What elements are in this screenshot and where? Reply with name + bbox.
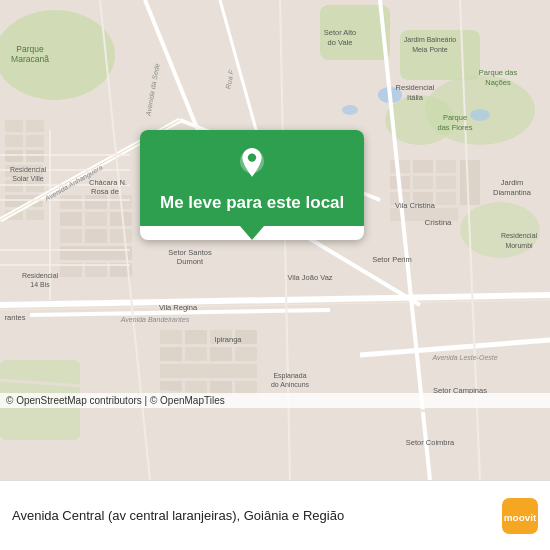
location-popup[interactable]: Me leve para este local <box>140 130 364 240</box>
location-info: Avenida Central (av central laranjeiras)… <box>12 506 492 525</box>
svg-text:Vila Regina: Vila Regina <box>159 303 198 312</box>
svg-rect-35 <box>85 195 107 209</box>
svg-rect-42 <box>110 229 132 243</box>
map-attribution: © OpenStreetMap contributors | © OpenMap… <box>0 393 550 408</box>
svg-point-9 <box>342 105 358 115</box>
svg-rect-32 <box>460 160 480 205</box>
svg-rect-12 <box>26 120 44 132</box>
svg-text:Vila Cristina: Vila Cristina <box>395 201 436 210</box>
svg-rect-28 <box>436 176 456 189</box>
svg-text:Parque: Parque <box>443 113 467 122</box>
svg-rect-23 <box>390 160 410 173</box>
svg-rect-14 <box>26 135 44 147</box>
svg-text:Dumont: Dumont <box>177 257 204 266</box>
svg-rect-48 <box>185 330 207 344</box>
moovit-icon: moovit <box>502 498 538 534</box>
svg-rect-39 <box>110 212 132 226</box>
svg-text:Itália: Itália <box>407 93 424 102</box>
svg-text:Jardim: Jardim <box>501 178 524 187</box>
svg-text:Setor Alto: Setor Alto <box>324 28 357 37</box>
svg-text:Nações: Nações <box>485 78 511 87</box>
svg-rect-22 <box>26 210 44 220</box>
svg-rect-47 <box>160 330 182 344</box>
svg-rect-43 <box>60 246 132 260</box>
svg-text:Setor Perim: Setor Perim <box>372 255 412 264</box>
svg-rect-15 <box>5 150 23 162</box>
svg-text:Jardim Balneário: Jardim Balneário <box>404 36 457 43</box>
svg-text:rantes: rantes <box>5 313 26 322</box>
svg-text:das Flores: das Flores <box>437 123 472 132</box>
svg-text:Parque das: Parque das <box>479 68 518 77</box>
svg-point-10 <box>470 109 490 121</box>
svg-rect-55 <box>160 364 257 378</box>
svg-rect-27 <box>413 176 433 189</box>
svg-rect-54 <box>235 347 257 361</box>
svg-text:Residencial: Residencial <box>501 232 538 239</box>
svg-rect-31 <box>436 192 456 205</box>
svg-text:Diamantina: Diamantina <box>493 188 532 197</box>
popup-arrow <box>240 226 264 240</box>
svg-text:Residencial: Residencial <box>10 166 47 173</box>
svg-text:do Vale: do Vale <box>328 38 353 47</box>
svg-rect-52 <box>185 347 207 361</box>
svg-text:Chácara N.: Chácara N. <box>89 178 127 187</box>
svg-text:do Anincuns: do Anincuns <box>271 381 310 388</box>
svg-text:Setor Santos: Setor Santos <box>168 248 212 257</box>
svg-point-6 <box>460 202 540 258</box>
svg-text:14 Bis: 14 Bis <box>30 281 50 288</box>
svg-rect-24 <box>413 160 433 173</box>
moovit-logo: moovit <box>502 498 538 534</box>
svg-rect-16 <box>26 150 44 162</box>
svg-text:Solar Ville: Solar Ville <box>12 175 43 182</box>
popup-label: Me leve para este local <box>160 192 344 214</box>
popup-inner: Me leve para este local <box>140 130 364 226</box>
svg-text:Residencial: Residencial <box>396 83 435 92</box>
svg-rect-40 <box>60 229 82 243</box>
map-container[interactable]: Parque Maracanã Setor Alto do Vale Jardi… <box>0 0 550 480</box>
svg-rect-38 <box>85 212 107 226</box>
location-pin-icon <box>237 148 267 184</box>
svg-rect-41 <box>85 229 107 243</box>
svg-text:Cristina: Cristina <box>424 218 452 227</box>
svg-rect-13 <box>5 135 23 147</box>
svg-text:Meia Ponte: Meia Ponte <box>412 46 448 53</box>
svg-rect-25 <box>436 160 456 173</box>
location-title: Avenida Central (av central laranjeiras)… <box>12 508 344 523</box>
svg-text:moovit: moovit <box>504 512 537 523</box>
svg-text:Esplanada: Esplanada <box>273 372 306 380</box>
svg-text:Residencial: Residencial <box>22 272 59 279</box>
svg-rect-37 <box>60 212 82 226</box>
svg-text:Parque: Parque <box>16 44 44 54</box>
svg-text:Avenida Leste-Oeste: Avenida Leste-Oeste <box>431 354 497 361</box>
svg-rect-51 <box>160 347 182 361</box>
svg-text:Vila João Vaz: Vila João Vaz <box>287 273 332 282</box>
svg-text:Avenida Bandeirantes: Avenida Bandeirantes <box>120 316 190 323</box>
info-bar: Avenida Central (av central laranjeiras)… <box>0 480 550 550</box>
svg-rect-34 <box>60 195 82 209</box>
svg-text:Rosa de: Rosa de <box>91 187 119 196</box>
svg-text:Ipiranga: Ipiranga <box>214 335 242 344</box>
svg-text:Setor Coimbra: Setor Coimbra <box>406 438 455 447</box>
svg-point-123 <box>248 153 256 161</box>
svg-text:Morumbi: Morumbi <box>505 242 533 249</box>
svg-text:Maracanã: Maracanã <box>11 54 49 64</box>
svg-rect-11 <box>5 120 23 132</box>
svg-rect-53 <box>210 347 232 361</box>
